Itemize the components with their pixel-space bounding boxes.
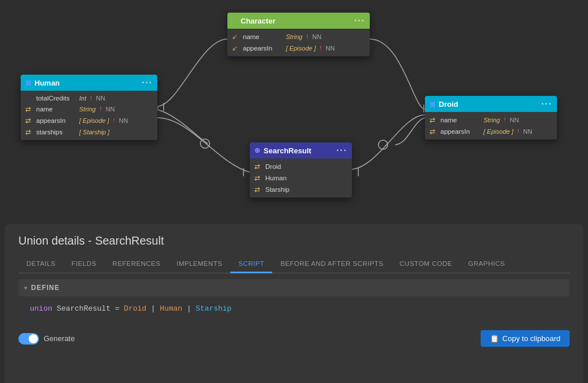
script-section: ▾ DEFINE union SearchResult = Droid | Hu… bbox=[18, 279, 570, 321]
field-icon: ⇄ bbox=[254, 185, 262, 194]
character-menu[interactable]: ··· bbox=[354, 16, 365, 26]
chevron-down-icon: ▾ bbox=[24, 285, 28, 291]
character-icon: ◁ bbox=[232, 17, 237, 25]
tab-fields[interactable]: FIELDS bbox=[64, 256, 105, 273]
character-field-appearsin: ↙ appearsIn [ Episode ] ! NN bbox=[227, 42, 370, 54]
panel-footer: Generate 📋 Copy to clipboard bbox=[18, 324, 570, 353]
searchresult-icon: ⊕ bbox=[254, 146, 260, 154]
field-icon: ⇄ bbox=[430, 116, 438, 124]
human-field-appearsin: ⇄ appearsIn [ Episode ] ! NN bbox=[21, 115, 157, 126]
character-title: Character bbox=[241, 17, 276, 25]
svg-point-5 bbox=[378, 140, 388, 149]
field-icon: ⇄ bbox=[25, 128, 33, 136]
field-icon: ⇄ bbox=[25, 117, 33, 125]
tab-bar: DETAILS FIELDS REFERENCES IMPLEMENTS SCR… bbox=[18, 256, 570, 273]
tab-details[interactable]: DETAILS bbox=[18, 256, 64, 273]
character-body: ↙ name String ! NN ↙ appearsIn [ Episode… bbox=[227, 29, 370, 56]
human-icon: ▦ bbox=[25, 79, 31, 87]
node-droid[interactable]: ▦ Droid ··· ⇄ name String ! NN ⇄ appears… bbox=[425, 96, 557, 140]
code-keyword-union: union bbox=[30, 304, 52, 313]
copy-button-label: Copy to clipboard bbox=[502, 334, 560, 343]
svg-point-4 bbox=[200, 139, 210, 148]
field-icon: ⇄ bbox=[254, 174, 262, 182]
character-field-name: ↙ name String ! NN bbox=[227, 31, 370, 42]
generate-toggle-switch[interactable] bbox=[18, 333, 39, 345]
searchresult-field-droid: ⇄ Droid bbox=[250, 161, 352, 172]
droid-title: Droid bbox=[439, 100, 458, 109]
droid-body: ⇄ name String ! NN ⇄ appearsIn [ Episode… bbox=[425, 112, 557, 140]
tab-before-after[interactable]: BEFORE AND AFTER SCRIPTS bbox=[272, 256, 391, 273]
droid-field-name: ⇄ name String ! NN bbox=[425, 114, 557, 126]
searchresult-field-starship: ⇄ Starship bbox=[250, 184, 352, 195]
human-menu[interactable]: ··· bbox=[142, 78, 153, 88]
searchresult-body: ⇄ Droid ⇄ Human ⇄ Starship bbox=[250, 158, 352, 198]
toggle-knob bbox=[29, 334, 38, 343]
human-title: Human bbox=[34, 79, 60, 87]
droid-menu[interactable]: ··· bbox=[541, 99, 552, 109]
define-header[interactable]: ▾ DEFINE bbox=[18, 279, 570, 296]
tab-custom-code[interactable]: CUSTOM CODE bbox=[392, 256, 461, 273]
code-type-human: Human bbox=[160, 304, 182, 313]
code-type-droid: Droid bbox=[124, 304, 146, 313]
field-icon: ⇄ bbox=[254, 163, 262, 171]
generate-toggle[interactable]: Generate bbox=[18, 333, 75, 345]
field-icon: ↙ bbox=[232, 44, 240, 52]
human-body: totalCredits Int ! NN ⇄ name String ! NN… bbox=[21, 91, 157, 140]
diagram-area: ◁ Character ··· ↙ name String ! NN ↙ app… bbox=[0, 0, 588, 224]
droid-icon: ▦ bbox=[430, 100, 435, 108]
droid-field-appearsin: ⇄ appearsIn [ Episode ] ! NN bbox=[425, 126, 557, 137]
human-field-starships: ⇄ starships [ Starship ] bbox=[21, 126, 157, 138]
generate-label: Generate bbox=[44, 334, 75, 343]
searchresult-menu[interactable]: ··· bbox=[336, 145, 347, 156]
copy-to-clipboard-button[interactable]: 📋 Copy to clipboard bbox=[481, 330, 570, 347]
field-icon: ↙ bbox=[232, 33, 240, 41]
code-type-starship: Starship bbox=[196, 304, 231, 313]
searchresult-title: SearchResult bbox=[264, 146, 311, 155]
tab-script[interactable]: SCRIPT bbox=[230, 256, 272, 273]
clipboard-icon: 📋 bbox=[490, 334, 499, 343]
searchresult-field-human: ⇄ Human bbox=[250, 172, 352, 184]
human-field-name: ⇄ name String ! NN bbox=[21, 103, 157, 115]
bottom-panel: Union details - SearchResult DETAILS FIE… bbox=[5, 224, 583, 383]
field-icon: ⇄ bbox=[430, 127, 438, 136]
node-searchresult[interactable]: ⊕ SearchResult ··· ⇄ Droid ⇄ Human ⇄ Sta… bbox=[250, 142, 352, 198]
node-character[interactable]: ◁ Character ··· ↙ name String ! NN ↙ app… bbox=[227, 13, 370, 56]
panel-title: Union details - SearchResult bbox=[18, 234, 570, 247]
code-block: union SearchResult = Droid | Human | Sta… bbox=[18, 296, 570, 321]
define-label: DEFINE bbox=[31, 284, 60, 292]
tab-implements[interactable]: IMPLEMENTS bbox=[168, 256, 230, 273]
tab-graphics[interactable]: GRAPHICS bbox=[460, 256, 513, 273]
node-human[interactable]: ▦ Human ··· totalCredits Int ! NN ⇄ name… bbox=[21, 75, 157, 140]
human-field-totalcredits: totalCredits Int ! NN bbox=[21, 93, 157, 103]
tab-references[interactable]: REFERENCES bbox=[105, 256, 169, 273]
field-icon: ⇄ bbox=[25, 105, 33, 113]
